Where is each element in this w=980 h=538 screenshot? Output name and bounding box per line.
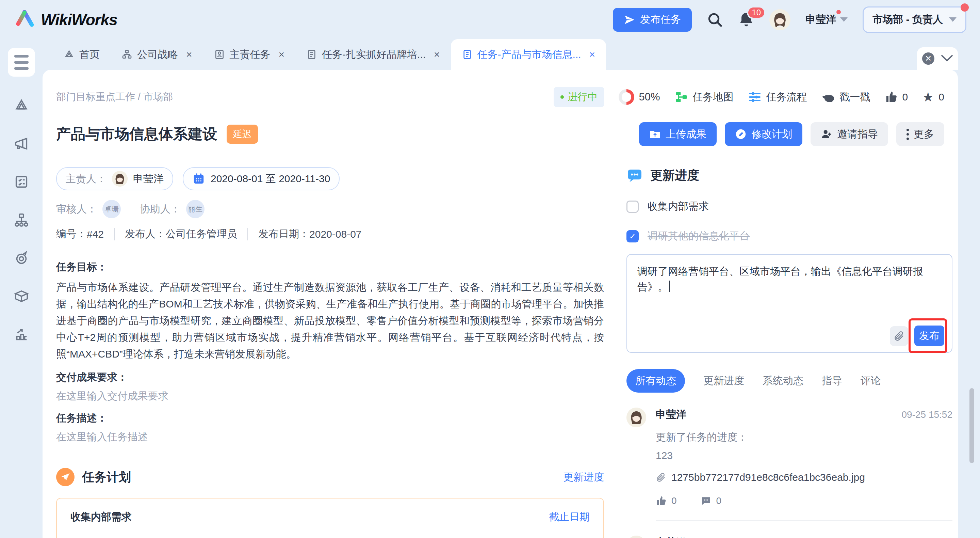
- scrollbar[interactable]: [969, 388, 974, 463]
- task-action-buttons: 上传成果 修改计划 邀请指导: [639, 122, 944, 146]
- deliverable-placeholder: 在这里输入交付成果要求: [56, 389, 604, 403]
- like-button[interactable]: 0: [885, 91, 908, 104]
- feed-comment-count: 0: [716, 495, 722, 506]
- sidebar-item-home[interactable]: [14, 98, 29, 113]
- person-add-icon: [821, 128, 832, 140]
- feed-author[interactable]: 申莹洋: [656, 536, 686, 538]
- task-id-row: 编号： #42 发布人： 公司任务管理员 发布日期： 2020-08-07: [56, 227, 604, 241]
- invite-guidance-button[interactable]: 邀请指导: [811, 122, 888, 146]
- notifications-button[interactable]: 10: [738, 11, 754, 28]
- task-map-button[interactable]: 任务地图: [675, 90, 733, 104]
- thumbs-up-icon: [885, 91, 898, 104]
- activity-tab-system[interactable]: 系统动态: [762, 374, 803, 388]
- feed-avatar[interactable]: [627, 536, 646, 538]
- feed-attachment[interactable]: 1275bb772177d91e8c8c6fea1bc36eab.jpg: [656, 472, 953, 483]
- plan-section-icon: [56, 468, 75, 486]
- favorite-button[interactable]: ★ 0: [922, 91, 944, 104]
- plan-item-1[interactable]: 收集内部需求: [70, 510, 132, 524]
- tab-task-brand[interactable]: 任务-扎实抓好品牌培... ×: [295, 39, 451, 70]
- department-role-select[interactable]: 市场部 - 负责人: [862, 6, 966, 33]
- attach-file-button[interactable]: [890, 326, 908, 346]
- sidebar: [0, 39, 43, 538]
- breadcrumb[interactable]: 部门目标重点工作 / 市场部: [56, 90, 173, 104]
- tab-close-icon[interactable]: ×: [589, 49, 595, 60]
- chevron-down-icon: [840, 18, 848, 22]
- sidebar-nav: [14, 98, 29, 342]
- avatar-illustration-icon: [112, 171, 127, 187]
- tab-task-product-market[interactable]: 任务-产品与市场信息... ×: [451, 39, 606, 70]
- goal-text: 产品与市场体系建设。产品研发管理平台。通过生产制造数据资源池，获取各工厂生产、设…: [56, 279, 604, 362]
- tab-close-icon[interactable]: ×: [434, 49, 440, 60]
- comment-icon: [701, 495, 711, 506]
- activity-tab-comments[interactable]: 评论: [861, 374, 881, 388]
- tab-company-strategy[interactable]: 公司战略 ×: [111, 39, 203, 70]
- sidebar-item-goals[interactable]: [14, 250, 29, 266]
- sidebar-item-resources[interactable]: [14, 288, 29, 304]
- checkbox-unchecked[interactable]: [627, 201, 639, 213]
- task-id-label: 编号：: [56, 227, 87, 241]
- tab-label: 首页: [79, 48, 100, 62]
- owner-pill[interactable]: 主责人： 申莹洋: [56, 167, 173, 190]
- sidebar-item-tasks[interactable]: [14, 174, 29, 190]
- activity-item: 申莹洋 09-25 15:52 更新了任务的进度： 123 1275bb7721…: [627, 407, 953, 520]
- plan-item-2[interactable]: 调研其他的信息化平台: [57, 524, 603, 538]
- poke-button[interactable]: 戳一戳: [821, 90, 870, 104]
- date-range-pill[interactable]: 2020-08-01 至 2020-11-30: [183, 167, 340, 190]
- checklist-label: 收集内部需求: [648, 200, 709, 214]
- text-cursor: [669, 281, 670, 292]
- tab-close-icon[interactable]: ×: [186, 49, 192, 60]
- chat-bubble-icon: [627, 168, 643, 184]
- sidebar-item-reports[interactable]: [14, 327, 29, 342]
- sidebar-item-org[interactable]: [14, 212, 29, 228]
- user-avatar[interactable]: [769, 9, 791, 30]
- task-detail-panel: 部门目标重点工作 / 市场部 进行中 50%: [43, 70, 958, 538]
- checklist-icon: [14, 174, 29, 190]
- tab-close-icon[interactable]: ×: [279, 49, 285, 60]
- plan-update-progress-link[interactable]: 更新进度: [563, 470, 604, 484]
- search-button[interactable]: [707, 11, 723, 28]
- helper-label: 协助人：: [140, 202, 181, 216]
- activity-tab-progress[interactable]: 更新进度: [703, 374, 744, 388]
- user-menu[interactable]: 申莹洋: [805, 13, 848, 27]
- deadline-link[interactable]: 截止日期: [549, 510, 590, 524]
- app-logo[interactable]: WikiWorks: [14, 9, 118, 30]
- status-dot-icon: [560, 95, 564, 99]
- menu-toggle-button[interactable]: [8, 48, 35, 77]
- feed-like-count: 0: [671, 495, 677, 506]
- tab-my-tasks[interactable]: 主责任务 ×: [203, 39, 296, 70]
- description-label: 任务描述：: [56, 411, 604, 425]
- poke-hand-icon: [821, 90, 835, 104]
- modify-plan-button[interactable]: 修改计划: [725, 122, 802, 146]
- open-tabs: 首页 公司战略 × 主责任务 × 任务-扎实抓好品牌培... × 任务-产品与市…: [43, 39, 980, 70]
- feed-avatar[interactable]: [627, 407, 646, 427]
- helper-avatar[interactable]: 丽生: [186, 200, 205, 218]
- task-flow-button[interactable]: 任务流程: [748, 90, 807, 104]
- update-progress-title: 更新进度: [650, 167, 699, 184]
- upload-results-button[interactable]: 上传成果: [639, 122, 717, 146]
- tab-label: 任务-扎实抓好品牌培...: [322, 48, 426, 62]
- goal-label: 任务目标：: [56, 260, 604, 274]
- publish-task-button[interactable]: 发布任务: [613, 8, 692, 32]
- checkbox-checked[interactable]: ✓: [627, 230, 639, 243]
- feed-like-button[interactable]: 0: [656, 495, 677, 506]
- tab-home[interactable]: 首页: [53, 39, 111, 70]
- task-flow-icon: [748, 90, 762, 104]
- close-all-tabs-button[interactable]: ✕: [922, 53, 934, 65]
- invite-guidance-label: 邀请指导: [837, 127, 878, 141]
- feed-author[interactable]: 申莹洋: [656, 407, 686, 421]
- activity-tab-guidance[interactable]: 指导: [822, 374, 842, 388]
- rocket-icon: [624, 14, 635, 26]
- divider: [656, 520, 953, 520]
- reviewer-avatar[interactable]: 卓珊: [102, 200, 121, 218]
- more-button[interactable]: 更多: [896, 122, 944, 146]
- publish-task-label: 发布任务: [640, 13, 681, 27]
- feed-comment-button[interactable]: 0: [701, 495, 722, 506]
- activity-item: 申莹洋 08-21 11:17 更新了任务的进度：: [627, 536, 953, 538]
- activity-tab-all[interactable]: 所有动态: [627, 369, 685, 393]
- update-progress-header: 更新进度: [627, 167, 953, 184]
- document-tab-icon: [306, 49, 317, 60]
- sidebar-item-announcements[interactable]: [14, 136, 29, 152]
- publish-progress-button[interactable]: 发布: [914, 326, 944, 346]
- progress-textarea[interactable]: 调研了网络营销平台、区域市场平台，输出《信息化平台调研报告》。 发布: [627, 254, 953, 353]
- tabs-chevron-down-icon[interactable]: [941, 55, 953, 62]
